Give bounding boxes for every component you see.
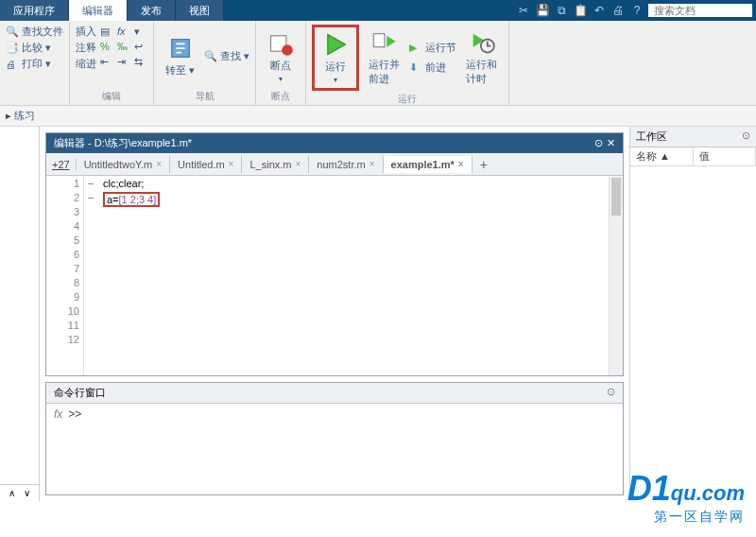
folder-footer-dropdown[interactable]: ∧ ∨: [0, 484, 39, 501]
command-prompt: >>: [68, 407, 81, 421]
group-bp-label: 断点: [262, 88, 300, 103]
editor-body: 123 456 789 101112 –– clc;clear; a=[1 2;…: [46, 176, 623, 375]
editor-scrollbar[interactable]: [609, 176, 623, 375]
code-area[interactable]: clc;clear; a=[1 2;3 4]: [97, 176, 609, 375]
comment-wrap-icon[interactable]: ↩: [134, 40, 147, 53]
insert-label: 插入: [76, 25, 96, 39]
ribbon-group-nav: 转至 ▾ 🔍查找 ▾ 导航: [154, 21, 256, 105]
editor-window: 编辑器 - D:\练习\example1.m* ⊙ ✕ +27 Untitled…: [45, 132, 624, 376]
path-item[interactable]: 练习: [14, 109, 35, 123]
watermark: D1qu.com 第一区自学网: [627, 469, 745, 526]
cut-icon[interactable]: ✂: [516, 3, 531, 18]
line-gutter: 123 456 789 101112: [46, 176, 84, 375]
fx-icon[interactable]: fx: [54, 407, 62, 421]
run-time-button[interactable]: 运行和 计时: [460, 25, 503, 91]
ribbon-group-file: 🔍查找文件 📑比较 ▾ 🖨打印 ▾: [0, 21, 70, 105]
ribbon: 🔍查找文件 📑比较 ▾ 🖨打印 ▾ 插入 注释 缩进 ▤ % ⇤ fx ‰ ⇥: [0, 21, 756, 106]
menu-bar: 应用程序 编辑器 发布 视图 ✂ 💾 ⧉ 📋 ↶ 🖨 ?: [0, 0, 756, 21]
menu-tabs: 应用程序 编辑器 发布 视图: [0, 0, 224, 21]
editor-tabs: +27 UntitledtwoY.m× Untitled.m× L_sinx.m…: [46, 153, 623, 176]
ws-col-name[interactable]: 名称 ▲: [630, 147, 694, 165]
indent-label: 缩进: [76, 57, 96, 71]
copy-icon[interactable]: ⧉: [554, 3, 569, 18]
center-panel: 编辑器 - D:\练习\example1.m* ⊙ ✕ +27 Untitled…: [40, 127, 629, 501]
close-icon[interactable]: ×: [295, 159, 301, 169]
path-bar: ▸ 练习: [0, 106, 756, 127]
help-icon[interactable]: ?: [629, 3, 644, 18]
advance-button[interactable]: ⬇前进: [409, 61, 456, 75]
tab-apps[interactable]: 应用程序: [0, 0, 69, 21]
breakpoints-button[interactable]: 断点 ▾: [262, 25, 300, 88]
tab-view[interactable]: 视图: [176, 0, 224, 21]
close-icon[interactable]: ×: [458, 159, 464, 169]
print-icon[interactable]: 🖨: [610, 3, 626, 18]
file-tab-3[interactable]: L_sinx.m×: [242, 156, 309, 173]
group-edit-label: 编辑: [76, 88, 147, 103]
group-nav-label: 导航: [160, 88, 249, 103]
indent-right-icon[interactable]: ⇥: [117, 55, 130, 68]
code-line-2[interactable]: a=[1 2;3 4]: [103, 192, 603, 206]
insert-section-icon[interactable]: ▤: [100, 25, 113, 38]
indent-left-icon[interactable]: ⇤: [100, 55, 113, 68]
ribbon-group-run: 运行 ▾ 运行并 前进 ▶运行节 ⬇前进 运行和 计时 运行: [306, 21, 509, 105]
goto-button[interactable]: 转至 ▾: [160, 25, 200, 88]
comment-label: 注释: [76, 41, 96, 55]
command-body[interactable]: fx >>: [46, 404, 623, 494]
find-button[interactable]: 🔍查找 ▾: [204, 49, 249, 63]
current-folder-panel: ∧ ∨: [0, 127, 40, 501]
path-arrow[interactable]: ▸: [6, 110, 11, 122]
workspace-title: 工作区 ⊙: [630, 127, 756, 147]
workspace-menu-icon[interactable]: ⊙: [742, 130, 750, 144]
ws-col-value[interactable]: 值: [694, 147, 757, 165]
undo-icon[interactable]: ↶: [592, 3, 607, 18]
insert-doc-icon[interactable]: ▾: [134, 25, 147, 38]
search-input[interactable]: [648, 4, 752, 17]
run-button-highlight: 运行 ▾: [312, 25, 359, 91]
command-window-title: 命令行窗口 ⊙: [46, 383, 623, 404]
close-icon[interactable]: ×: [229, 159, 234, 169]
group-run-label: 运行: [312, 91, 503, 106]
file-tab-5[interactable]: example1.m*×: [384, 156, 472, 173]
paste-icon[interactable]: 📋: [573, 3, 588, 18]
breakpoint-gutter[interactable]: ––: [84, 176, 97, 375]
editor-dock-icon[interactable]: ⊙: [594, 137, 603, 149]
close-icon[interactable]: ×: [369, 159, 375, 169]
close-icon[interactable]: ×: [156, 159, 162, 169]
comment-pct2-icon[interactable]: ‰: [117, 40, 130, 53]
find-files-button[interactable]: 🔍查找文件: [6, 25, 63, 39]
tab-publish[interactable]: 发布: [128, 0, 176, 21]
editor-title-text: 编辑器 - D:\练习\example1.m*: [54, 136, 192, 150]
main-area: ∧ ∨ 编辑器 - D:\练习\example1.m* ⊙ ✕ +27 Unti…: [0, 127, 756, 501]
tab-editor[interactable]: 编辑器: [69, 0, 128, 21]
add-tab-button[interactable]: +: [472, 157, 495, 172]
insert-fx-icon[interactable]: fx: [117, 25, 130, 38]
compare-button[interactable]: 📑比较 ▾: [6, 41, 63, 55]
run-button[interactable]: 运行 ▾: [317, 29, 354, 86]
print-button[interactable]: 🖨打印 ▾: [6, 57, 63, 71]
comment-pct-icon[interactable]: %: [100, 40, 113, 53]
workspace-panel: 工作区 ⊙ 名称 ▲ 值: [629, 127, 756, 501]
ribbon-group-breakpoints: 断点 ▾ 断点: [256, 21, 306, 105]
file-tab-4[interactable]: num2str.m×: [309, 156, 383, 173]
run-section-button[interactable]: ▶运行节: [409, 41, 456, 55]
svg-point-2: [282, 44, 293, 56]
run-advance-button[interactable]: 运行并 前进: [363, 25, 405, 91]
code-line-1[interactable]: clc;clear;: [103, 178, 603, 192]
ribbon-group-edit: 插入 注释 缩进 ▤ % ⇤ fx ‰ ⇥ ▾ ↩ ⇆ 编辑: [70, 21, 154, 105]
file-tab-2[interactable]: Untitled.m×: [170, 156, 242, 173]
cmd-menu-icon[interactable]: ⊙: [607, 386, 615, 400]
indent-auto-icon[interactable]: ⇆: [134, 55, 147, 68]
svg-rect-3: [373, 34, 385, 47]
titlebar-tools: ✂ 💾 ⧉ 📋 ↶ 🖨 ?: [516, 3, 756, 18]
workspace-columns: 名称 ▲ 值: [630, 147, 756, 166]
editor-titlebar: 编辑器 - D:\练习\example1.m* ⊙ ✕: [46, 133, 623, 153]
editor-close-icon[interactable]: ✕: [607, 137, 615, 149]
save-icon[interactable]: 💾: [535, 3, 550, 18]
tabs-overflow[interactable]: +27: [46, 159, 77, 170]
file-tab-1[interactable]: UntitledtwoY.m×: [77, 156, 170, 173]
command-window: 命令行窗口 ⊙ fx >>: [45, 382, 624, 495]
